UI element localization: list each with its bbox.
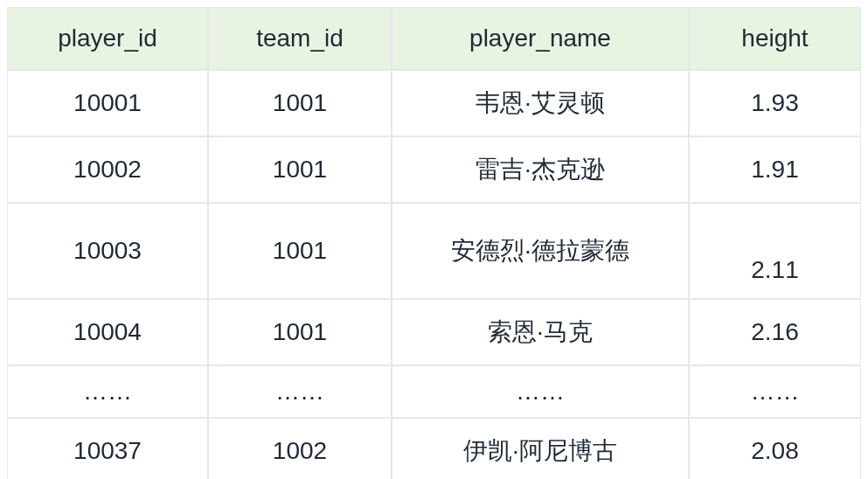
table-row: 10004 1001 索恩·马克 2.16 (7, 299, 861, 365)
cell-player-name: …… (392, 365, 689, 418)
cell-team-id: 1001 (208, 70, 392, 136)
table-row: …… …… …… …… (7, 365, 861, 418)
cell-player-name: 安德烈·德拉蒙德 (392, 203, 689, 299)
cell-height: …… (689, 365, 861, 418)
table-row: 10003 1001 安德烈·德拉蒙德 2.11 (7, 203, 861, 299)
cell-player-name: 韦恩·艾灵顿 (392, 70, 689, 136)
cell-player-id: 10037 (7, 418, 208, 479)
table-row: 10002 1001 雷吉·杰克逊 1.91 (7, 136, 861, 203)
cell-team-id: 1001 (208, 136, 392, 203)
cell-team-id: 1001 (208, 203, 392, 299)
cell-player-name: 雷吉·杰克逊 (392, 136, 689, 203)
cell-height: 1.91 (689, 136, 861, 203)
cell-team-id: 1001 (208, 299, 392, 365)
cell-height: 1.93 (689, 70, 861, 136)
cell-team-id: 1002 (208, 418, 392, 479)
cell-player-name: 索恩·马克 (392, 299, 689, 365)
table-row: 10037 1002 伊凯·阿尼博古 2.08 (7, 418, 861, 479)
cell-player-id: …… (7, 365, 208, 418)
cell-player-id: 10004 (7, 299, 208, 365)
table-row: 10001 1001 韦恩·艾灵顿 1.93 (7, 70, 861, 136)
header-height: height (689, 7, 861, 70)
header-team-id: team_id (208, 7, 392, 70)
cell-team-id: …… (208, 365, 392, 418)
header-player-id: player_id (7, 7, 208, 70)
cell-player-name: 伊凯·阿尼博古 (392, 418, 689, 479)
header-player-name: player_name (392, 7, 689, 70)
cell-height: 2.16 (689, 299, 861, 365)
cell-player-id: 10001 (7, 70, 208, 136)
cell-player-id: 10003 (7, 203, 208, 299)
cell-height: 2.11 (689, 203, 861, 299)
cell-height: 2.08 (689, 418, 861, 479)
cell-player-id: 10002 (7, 136, 208, 203)
table-header-row: player_id team_id player_name height (7, 7, 861, 70)
players-table: player_id team_id player_name height 100… (7, 7, 861, 479)
